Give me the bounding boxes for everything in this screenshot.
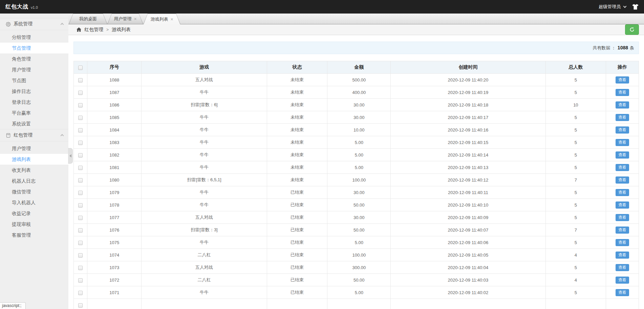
sidebar-item[interactable]: 客服管理	[0, 230, 68, 240]
app-header: 红包大战 v1.0 超级管理员	[0, 0, 644, 14]
table-row: 1074 二八杠 已结束 100.00 2020-12-09 11:40:05 …	[74, 249, 639, 261]
view-button[interactable]: 查看	[616, 264, 629, 271]
cell-game: 牛牛	[142, 286, 267, 299]
cell-id: 1080	[87, 174, 142, 186]
row-checkbox[interactable]	[78, 153, 83, 158]
sidebar-item[interactable]: 操作日志	[0, 86, 68, 97]
cell-status: 未结束	[267, 86, 327, 99]
row-checkbox[interactable]	[78, 141, 83, 145]
view-button[interactable]: 查看	[616, 151, 629, 159]
view-button[interactable]: 查看	[616, 76, 629, 84]
sidebar-item[interactable]: 节点图	[0, 75, 68, 86]
view-button[interactable]: 查看	[616, 126, 629, 134]
breadcrumb-item[interactable]: 红包管理	[84, 27, 103, 33]
cell-players: 5	[545, 236, 606, 249]
home-icon[interactable]	[77, 27, 81, 32]
breadcrumb-item[interactable]: 游戏列表	[112, 27, 131, 33]
row-checkbox[interactable]	[78, 178, 83, 183]
column-header: 状态	[267, 61, 327, 74]
table-row: 1085 牛牛 未结束 30.00 2020-12-09 11:40:17 5 …	[74, 111, 639, 124]
row-checkbox[interactable]	[78, 241, 83, 245]
sidebar-item[interactable]: 微信管理	[0, 186, 68, 197]
tab[interactable]: 游戏列表 ×	[143, 14, 180, 24]
close-icon[interactable]: ×	[134, 17, 136, 21]
view-button[interactable]: 查看	[616, 277, 629, 284]
row-checkbox[interactable]	[78, 278, 83, 283]
sidebar-item[interactable]: 收益记录	[0, 208, 68, 219]
row-checkbox[interactable]	[78, 253, 83, 258]
tab[interactable]: 我的桌面	[69, 14, 107, 24]
view-button[interactable]: 查看	[616, 252, 629, 259]
sidebar-item[interactable]: 提现审核	[0, 219, 68, 230]
cell-status: 未结束	[267, 174, 327, 186]
close-icon[interactable]: ×	[170, 17, 173, 22]
cell-amount: 5.00	[327, 286, 391, 299]
sidebar-item[interactable]: 用户管理	[0, 143, 68, 154]
sidebar-section-items: 用户管理游戏列表收支列表机器人日志微信管理导入机器人收益记录提现审核客服管理	[0, 141, 68, 240]
view-button[interactable]: 查看	[616, 227, 629, 234]
tab[interactable]: 用户管理 ×	[107, 14, 143, 24]
row-checkbox[interactable]	[78, 128, 83, 133]
row-checkbox[interactable]	[78, 91, 83, 95]
view-button[interactable]: 查看	[616, 164, 629, 171]
cell-amount: 500.00	[327, 74, 391, 86]
row-checkbox[interactable]	[78, 303, 83, 308]
row-checkbox[interactable]	[78, 216, 83, 220]
header-right: 超级管理员	[599, 4, 639, 10]
row-checkbox[interactable]	[78, 103, 83, 108]
cell-status: 未结束	[267, 161, 327, 174]
sidebar-section-items: 分组管理节点管理角色管理用户管理节点图操作日志登录日志平台赢率系统设置	[0, 30, 68, 129]
sidebar-item[interactable]: 登录日志	[0, 97, 68, 108]
view-button[interactable]: 查看	[616, 101, 629, 109]
select-all-checkbox[interactable]	[78, 66, 83, 70]
view-button[interactable]: 查看	[616, 289, 629, 296]
row-checkbox[interactable]	[78, 78, 83, 82]
table-row: 1084 牛牛 未结束 10.00 2020-12-09 11:40:16 5 …	[74, 124, 639, 136]
view-button[interactable]: 查看	[616, 89, 629, 96]
cell-status: 已结束	[267, 186, 327, 199]
cell-created: 2020-12-09 11:40:19	[391, 86, 545, 99]
cell-created: 2020-12-09 11:40:16	[391, 124, 545, 136]
theme-button[interactable]	[632, 4, 639, 10]
sidebar-item[interactable]: 节点管理	[0, 43, 68, 53]
cell-game: 牛牛	[142, 136, 267, 149]
sidebar-section: 系统管理 分组管理节点管理角色管理用户管理节点图操作日志登录日志平台赢率系统设置	[0, 18, 68, 129]
view-button[interactable]: 查看	[616, 239, 629, 246]
view-button[interactable]: 查看	[616, 214, 629, 221]
row-checkbox[interactable]	[78, 191, 83, 195]
sidebar-section-header[interactable]: 系统管理	[0, 18, 68, 30]
sidebar-collapse-handle[interactable]	[68, 148, 73, 164]
sidebar-item[interactable]: 分组管理	[0, 32, 68, 43]
row-checkbox[interactable]	[78, 166, 83, 170]
user-menu[interactable]: 超级管理员	[599, 4, 626, 10]
cell-game: 五人对战	[142, 261, 267, 274]
view-button[interactable]: 查看	[616, 114, 629, 121]
cell-players: 5	[545, 136, 606, 149]
row-checkbox[interactable]	[78, 116, 83, 120]
sidebar-item[interactable]: 平台赢率	[0, 108, 68, 118]
row-checkbox[interactable]	[78, 228, 83, 233]
select-all-cell	[74, 61, 87, 74]
sidebar-item[interactable]: 角色管理	[0, 53, 68, 64]
sidebar-item[interactable]: 系统设置	[0, 118, 68, 129]
table-row: 1078 牛牛 已结束 50.00 2020-12-09 11:40:10 5 …	[74, 199, 639, 211]
row-checkbox[interactable]	[78, 203, 83, 208]
sidebar-item[interactable]: 用户管理	[0, 64, 68, 75]
sidebar-item[interactable]: 机器人日志	[0, 175, 68, 186]
cell-players: 10	[545, 99, 606, 111]
sidebar-item[interactable]: 导入机器人	[0, 197, 68, 208]
view-button[interactable]: 查看	[616, 176, 629, 184]
sidebar-section-header[interactable]: 红包管理	[0, 129, 68, 141]
row-checkbox[interactable]	[78, 291, 83, 295]
sidebar-item[interactable]: 收支列表	[0, 165, 68, 175]
refresh-button[interactable]	[625, 24, 639, 35]
row-checkbox[interactable]	[78, 266, 83, 270]
view-button[interactable]: 查看	[616, 201, 629, 209]
cell-players: 5	[545, 211, 606, 224]
app-title: 红包大战	[5, 3, 28, 10]
cell-players: 5	[545, 111, 606, 124]
chevron-left-icon	[69, 154, 71, 158]
view-button[interactable]: 查看	[616, 189, 629, 196]
view-button[interactable]: 查看	[616, 139, 629, 146]
sidebar-item[interactable]: 游戏列表	[0, 154, 68, 165]
